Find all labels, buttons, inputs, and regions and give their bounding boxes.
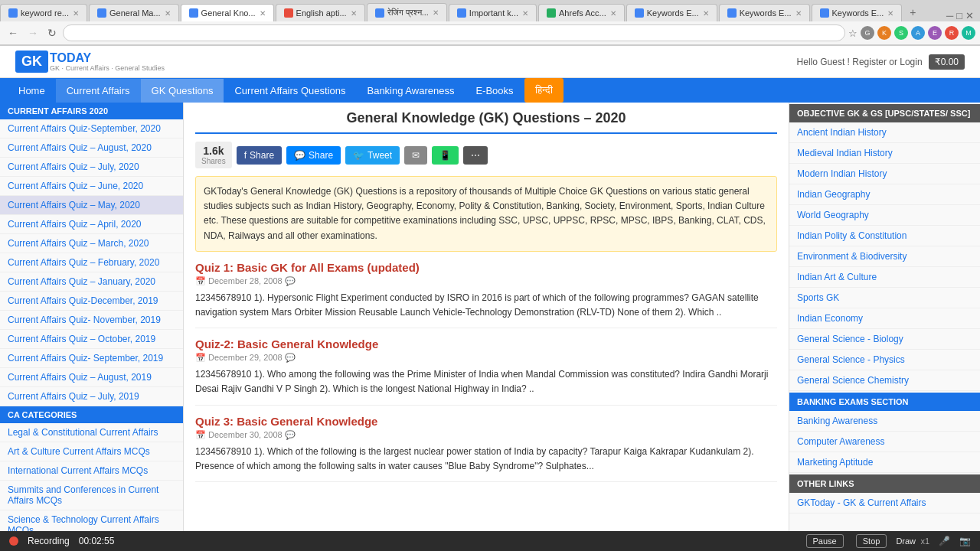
- draw-button[interactable]: Draw: [896, 536, 911, 546]
- rs-general-science-biology[interactable]: General Science - Biology: [789, 329, 980, 350]
- tab-close-icon[interactable]: ✕: [703, 9, 709, 18]
- tab-rajing[interactable]: रेजिंग प्रश्न... ✕: [367, 3, 447, 21]
- nav-ebooks[interactable]: E-Books: [465, 79, 524, 103]
- rs-art-culture[interactable]: Indian Art & Culture: [789, 267, 980, 288]
- rs-indian-economy[interactable]: Indian Economy: [789, 308, 980, 329]
- nav-hindi[interactable]: हिन्दी: [524, 78, 564, 103]
- tab-ahrefs[interactable]: Ahrefs Acc... ✕: [538, 4, 625, 21]
- bookmark-icon[interactable]: ☆: [848, 28, 858, 39]
- sidebar-link-mar2020[interactable]: Current Affairs Quiz – March, 2020: [0, 234, 183, 253]
- rs-indian-geography[interactable]: Indian Geography: [789, 184, 980, 205]
- address-input[interactable]: gktoday.in/category/gk-questions/: [63, 24, 845, 41]
- extension-icon-3[interactable]: S: [894, 26, 908, 40]
- tab-close-icon[interactable]: ✕: [260, 9, 266, 18]
- tab-keywords3[interactable]: Keywords E... ✕: [812, 4, 903, 21]
- extension-icon-4[interactable]: A: [911, 26, 925, 40]
- rs-world-geography[interactable]: World Geography: [789, 205, 980, 226]
- sidebar-link-legal[interactable]: Legal & Constitutional Current Affairs: [0, 423, 183, 442]
- whatsapp-share-button[interactable]: 📱: [432, 146, 459, 165]
- rs-medieval-indian-history[interactable]: Medieval Indian History: [789, 143, 980, 164]
- rs-ancient-indian-history[interactable]: Ancient Indian History: [789, 122, 980, 143]
- rs-banking-awareness[interactable]: Banking Awareness: [789, 411, 980, 432]
- twitter-share-button[interactable]: 🐦 Tweet: [345, 146, 400, 165]
- sidebar-link-nov2019[interactable]: Current Affairs Quiz- November, 2019: [0, 311, 183, 330]
- pause-button[interactable]: Pause: [806, 534, 844, 548]
- more-share-button[interactable]: ⋯: [463, 146, 488, 165]
- tab-important[interactable]: Important k... ✕: [449, 4, 537, 21]
- extension-icon-7[interactable]: M: [962, 26, 975, 40]
- nav-ca-questions[interactable]: Current Affairs Questions: [224, 79, 356, 103]
- rs-gktoday-link[interactable]: GKToday - GK & Current Affairs: [789, 493, 980, 514]
- extension-icon-5[interactable]: E: [928, 26, 942, 40]
- tab-label: Important k...: [469, 8, 518, 18]
- sidebar-link-sep2019[interactable]: Current Affairs Quiz- September, 2019: [0, 349, 183, 368]
- rs-general-science-chemistry[interactable]: General Science Chemistry: [789, 370, 980, 391]
- quiz-3-title[interactable]: Quiz 3: Basic General Knowledge: [195, 415, 777, 428]
- close-browser-button[interactable]: ✕: [965, 10, 974, 21]
- sidebar-link-may2020[interactable]: Current Affairs Quiz – May, 2020: [0, 196, 183, 215]
- tab-keywords2[interactable]: Keywords E... ✕: [719, 4, 810, 21]
- mic-icon[interactable]: 🎤: [939, 536, 950, 546]
- sidebar-link-aug2019[interactable]: Current Affairs Quiz – August, 2019: [0, 368, 183, 387]
- sidebar-link-jul2019[interactable]: Current Affairs Quiz – July, 2019: [0, 387, 183, 406]
- tab-close-icon[interactable]: ✕: [610, 9, 616, 18]
- sidebar-link-feb2020[interactable]: Current Affairs Quiz – February, 2020: [0, 253, 183, 272]
- tab-close-icon[interactable]: ✕: [165, 9, 171, 18]
- sidebar-link-apr2020[interactable]: Current Affairs Quiz – April, 2020: [0, 215, 183, 234]
- tab-english[interactable]: English apti... ✕: [276, 4, 365, 21]
- nav-current-affairs[interactable]: Current Affairs: [56, 79, 141, 103]
- refresh-button[interactable]: ↻: [44, 25, 60, 41]
- sidebar-link-jun2020[interactable]: Current Affairs Quiz – June, 2020: [0, 177, 183, 196]
- tab-general-ma[interactable]: General Ma... ✕: [89, 4, 179, 21]
- forward-button[interactable]: →: [24, 25, 41, 41]
- facebook-share-button[interactable]: f Share: [237, 146, 282, 165]
- sidebar-link-dec2019[interactable]: Current Affairs Quiz-December, 2019: [0, 292, 183, 311]
- sidebar-link-jul2020[interactable]: Current Affairs Quiz – July, 2020: [0, 158, 183, 177]
- comment-icon-3: 💬: [285, 430, 296, 439]
- sidebar-link-summits[interactable]: Summits and Conferences in Current Affai…: [0, 481, 183, 510]
- rs-modern-indian-history[interactable]: Modern Indian History: [789, 164, 980, 184]
- quiz-1-excerpt: 12345678910 1). Hypersonic Flight Experi…: [195, 291, 777, 328]
- tab-close-icon[interactable]: ✕: [522, 9, 528, 18]
- messenger-share-button[interactable]: 💬 Share: [286, 146, 341, 165]
- tab-close-icon[interactable]: ✕: [887, 9, 893, 18]
- sidebar-link-oct2019[interactable]: Current Affairs Quiz – October, 2019: [0, 330, 183, 349]
- rs-sports-gk[interactable]: Sports GK: [789, 288, 980, 308]
- minimize-button[interactable]: ─: [946, 10, 953, 21]
- rs-indian-polity[interactable]: Indian Polity & Constitution: [789, 226, 980, 246]
- rs-computer-awareness[interactable]: Computer Awareness: [789, 432, 980, 452]
- sidebar-link-artculture[interactable]: Art & Culture Current Affairs MCQs: [0, 442, 183, 461]
- tab-close-icon[interactable]: ✕: [351, 9, 357, 18]
- sidebar-link-jan2020[interactable]: Current Affairs Quiz – January, 2020: [0, 272, 183, 292]
- sidebar-link-international[interactable]: International Current Affairs MCQs: [0, 461, 183, 481]
- quiz-2-title[interactable]: Quiz-2: Basic General Knowledge: [195, 337, 777, 350]
- tab-keywords1[interactable]: Keywords E... ✕: [626, 4, 717, 21]
- tab-close-icon[interactable]: ✕: [433, 8, 439, 17]
- nav-home[interactable]: Home: [8, 79, 56, 103]
- cam-icon[interactable]: 📷: [959, 536, 971, 546]
- new-tab-button[interactable]: +: [903, 3, 922, 21]
- extension-icon-6[interactable]: R: [945, 26, 959, 40]
- back-button[interactable]: ←: [5, 25, 21, 41]
- site-header: GK TODAY GK · Current Affairs · General …: [0, 46, 980, 78]
- cart-button[interactable]: ₹0.00: [929, 54, 965, 70]
- tab-close-icon[interactable]: ✕: [795, 9, 802, 18]
- tab-general-kno[interactable]: General Kno... ✕: [181, 4, 274, 21]
- nav-gk-questions[interactable]: GK Questions: [141, 79, 224, 103]
- extension-icon-2[interactable]: K: [877, 26, 891, 40]
- extension-icon-1[interactable]: G: [861, 26, 874, 40]
- quiz-1-title[interactable]: Quiz 1: Basic GK for All Exams (updated): [195, 261, 777, 274]
- rs-marketing-aptitude[interactable]: Marketing Aptitude: [789, 452, 980, 473]
- sidebar-link-sep2020[interactable]: Current Affairs Quiz-September, 2020: [0, 119, 183, 139]
- email-share-button[interactable]: ✉: [404, 146, 427, 165]
- tab-keyword[interactable]: keyword re... ✕: [0, 4, 87, 21]
- tab-close-icon[interactable]: ✕: [73, 9, 79, 18]
- tab-favicon: [375, 8, 384, 18]
- site-logo[interactable]: GK TODAY GK · Current Affairs · General …: [15, 51, 165, 73]
- sidebar-link-aug2020[interactable]: Current Affairs Quiz – August, 2020: [0, 139, 183, 158]
- stop-button[interactable]: Stop: [856, 534, 887, 548]
- nav-banking[interactable]: Banking Awareness: [356, 79, 465, 103]
- rs-environment[interactable]: Environment & Biodiversity: [789, 246, 980, 267]
- rs-general-science-physics[interactable]: General Science - Physics: [789, 350, 980, 370]
- maximize-button[interactable]: □: [956, 10, 962, 21]
